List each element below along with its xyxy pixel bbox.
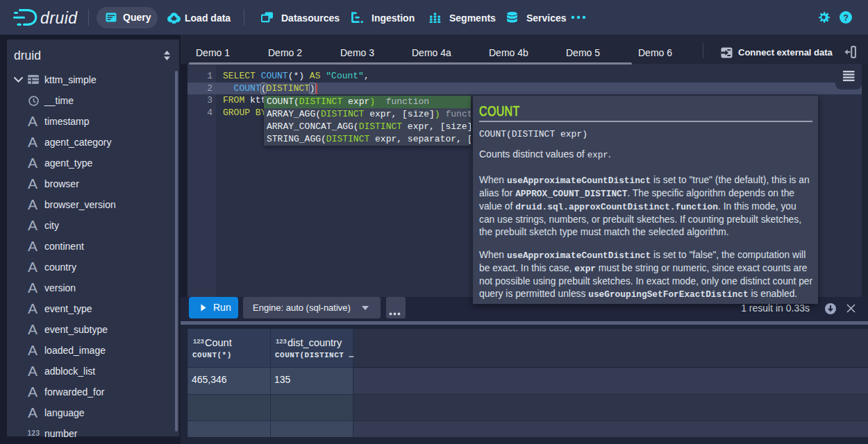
svg-text:?: ? bbox=[843, 13, 849, 23]
